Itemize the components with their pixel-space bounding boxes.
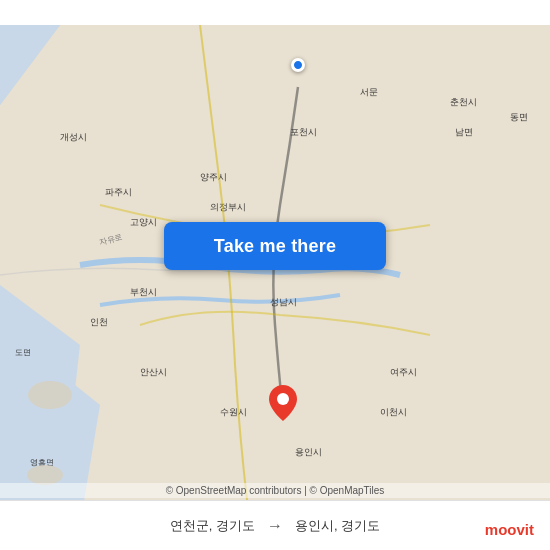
svg-text:서문: 서문 bbox=[360, 87, 378, 97]
svg-text:안산시: 안산시 bbox=[140, 367, 167, 377]
svg-text:도면: 도면 bbox=[15, 348, 31, 357]
destination-marker bbox=[269, 385, 297, 421]
svg-text:파주시: 파주시 bbox=[105, 187, 132, 197]
map-background: 개성시 파주시 양주시 포천시 의정부시 고양시 서울 부천시 인천 성남시 안… bbox=[0, 0, 550, 550]
svg-text:포천시: 포천시 bbox=[290, 127, 317, 137]
svg-text:인천: 인천 bbox=[90, 317, 108, 327]
svg-text:여주시: 여주시 bbox=[390, 367, 417, 377]
attribution-text: © OpenStreetMap contributors | © OpenMap… bbox=[0, 483, 550, 498]
svg-text:동면: 동면 bbox=[510, 112, 528, 122]
direction-arrow: → bbox=[267, 517, 283, 535]
svg-text:의정부시: 의정부시 bbox=[210, 202, 246, 212]
svg-text:남면: 남면 bbox=[455, 127, 473, 137]
svg-point-29 bbox=[277, 393, 289, 405]
moovit-brand: moovit bbox=[485, 521, 534, 538]
moovit-logo: moovit bbox=[485, 521, 534, 538]
take-me-there-button[interactable]: Take me there bbox=[164, 222, 386, 270]
svg-text:용인시: 용인시 bbox=[295, 447, 322, 457]
map-container: 개성시 파주시 양주시 포천시 의정부시 고양시 서울 부천시 인천 성남시 안… bbox=[0, 0, 550, 550]
svg-text:춘천시: 춘천시 bbox=[450, 97, 477, 107]
origin-marker bbox=[291, 58, 305, 72]
svg-text:이천시: 이천시 bbox=[380, 407, 407, 417]
origin-label: 연천군, 경기도 bbox=[170, 517, 255, 535]
bottom-bar: 연천군, 경기도 → 용인시, 경기도 moovit bbox=[0, 500, 550, 550]
svg-point-26 bbox=[28, 381, 72, 409]
svg-text:성남시: 성남시 bbox=[270, 297, 297, 307]
svg-text:양주시: 양주시 bbox=[200, 172, 227, 182]
svg-text:고양시: 고양시 bbox=[130, 217, 157, 227]
svg-point-27 bbox=[27, 465, 63, 485]
svg-text:개성시: 개성시 bbox=[60, 132, 87, 142]
svg-text:수원시: 수원시 bbox=[220, 407, 247, 417]
destination-label: 용인시, 경기도 bbox=[295, 517, 380, 535]
svg-text:부천시: 부천시 bbox=[130, 287, 157, 297]
